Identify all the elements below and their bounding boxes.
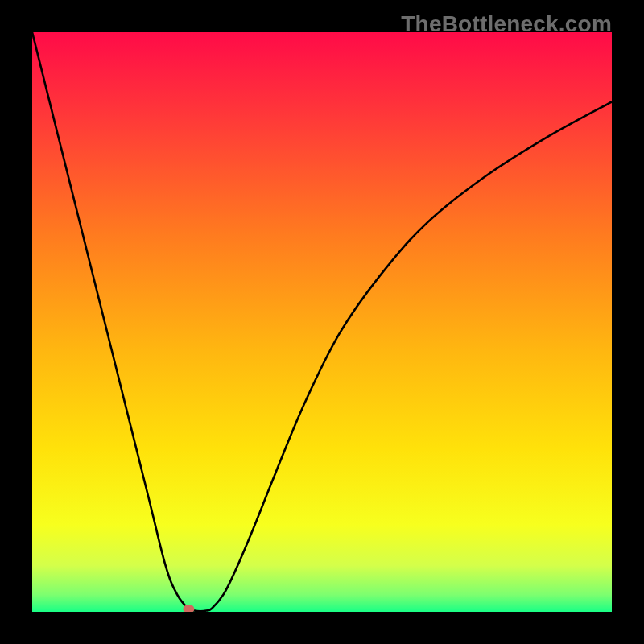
bottleneck-curve [32, 32, 612, 611]
curve-layer [32, 32, 612, 612]
watermark-text: TheBottleneck.com [401, 11, 612, 37]
plot-area [32, 32, 612, 612]
chart-frame: TheBottleneck.com [0, 0, 644, 644]
